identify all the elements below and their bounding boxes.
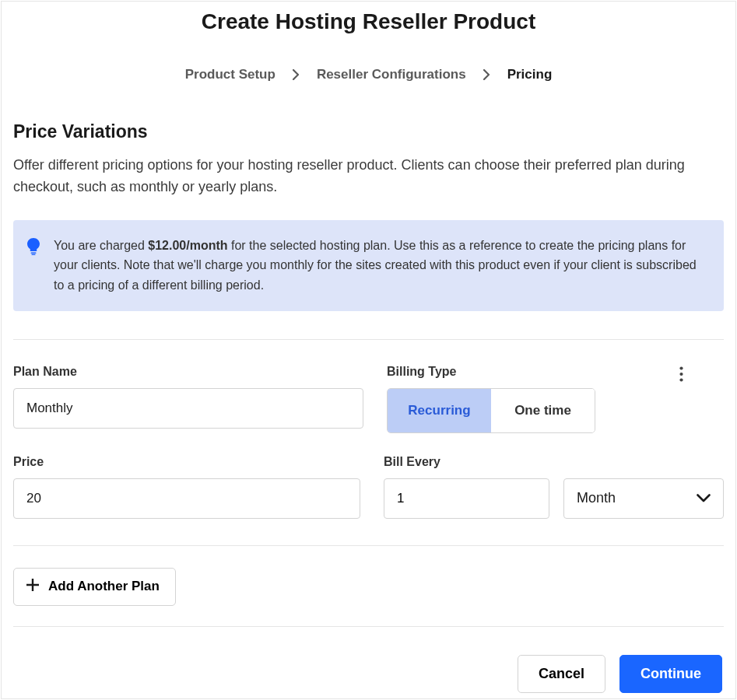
section-title: Price Variations [13,121,724,142]
billing-type-label: Billing Type [387,365,724,379]
billing-type-segmented: Recurring One time [387,388,595,433]
svg-point-4 [679,378,683,381]
price-input[interactable] [13,478,360,519]
breadcrumb: Product Setup Reseller Configurations Pr… [2,67,735,82]
continue-button[interactable]: Continue [619,655,722,693]
divider [13,545,724,546]
add-another-plan-button[interactable]: Add Another Plan [13,568,176,606]
billing-type-onetime[interactable]: One time [491,389,595,432]
section-description: Offer different pricing options for your… [13,155,724,198]
plus-icon [26,579,39,595]
bill-every-unit-select[interactable]: Month [563,478,724,519]
kebab-icon[interactable] [676,363,686,388]
breadcrumb-item-product-setup[interactable]: Product Setup [185,67,275,82]
svg-point-3 [679,372,683,375]
chevron-right-icon [483,69,490,80]
chevron-right-icon [293,69,300,80]
bill-every-label: Bill Every [384,455,724,469]
page-title: Create Hosting Reseller Product [2,2,735,34]
chevron-down-icon [697,490,711,506]
svg-point-2 [679,366,683,369]
footer-actions: Cancel Continue [13,655,724,693]
lightbulb-icon [27,238,40,258]
divider [13,339,724,340]
bill-every-input[interactable] [384,478,549,519]
add-another-plan-label: Add Another Plan [48,579,160,594]
divider [13,626,724,627]
price-label: Price [13,455,360,469]
breadcrumb-item-pricing[interactable]: Pricing [507,67,553,82]
billing-type-recurring[interactable]: Recurring [388,389,491,432]
bill-every-unit-value: Month [577,490,616,506]
breadcrumb-item-reseller-configurations[interactable]: Reseller Configurations [317,67,466,82]
cancel-button[interactable]: Cancel [518,655,605,693]
svg-rect-1 [32,254,36,255]
plan-name-label: Plan Name [13,365,363,379]
info-text: You are charged $12.00/month for the sel… [54,236,708,296]
plan-name-input[interactable] [13,388,363,429]
svg-rect-0 [31,252,37,254]
info-callout: You are charged $12.00/month for the sel… [13,220,724,311]
